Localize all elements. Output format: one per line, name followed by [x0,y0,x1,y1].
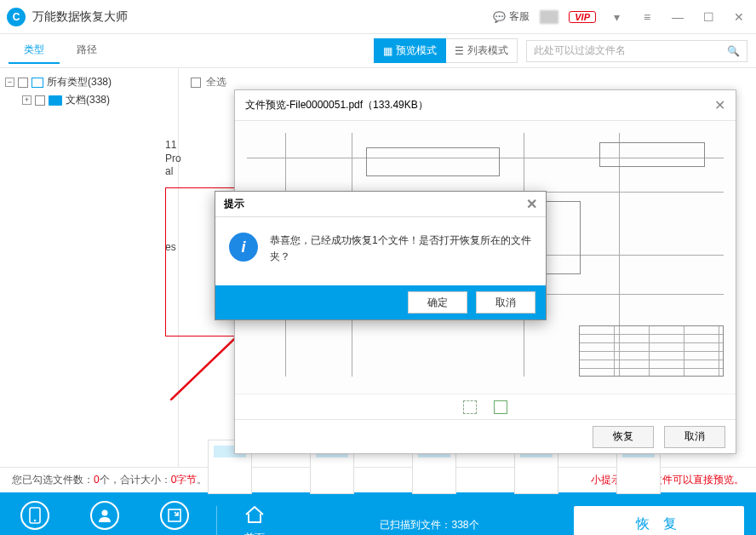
minimize-button[interactable]: — [667,10,688,24]
monitor-icon [32,78,43,88]
view-mode-preview[interactable]: ▦ 预览模式 [374,38,446,63]
cancel-button[interactable]: 取消 [476,291,536,314]
tree-root-label: 所有类型(338) [47,75,112,89]
svg-point-4 [102,510,108,516]
person-icon [90,501,119,530]
home-icon [243,504,266,527]
folder-icon [49,95,62,106]
dialog-message: 恭喜您，已经成功恢复1个文件！是否打开恢复所在的文件夹？ [270,233,532,265]
preview-header[interactable]: 文件预览-File0000051.pdf（133.49KB） ✕ [235,90,736,121]
dialog-title: 提示 [224,197,244,211]
filter-placeholder: 此处可以过滤文件名 [534,43,626,58]
checkbox[interactable] [191,78,201,88]
app-logo-icon: C [7,8,26,26]
speech-icon: 💬 [493,11,506,23]
dialog-footer: 确定 取消 [215,285,546,319]
preview-cancel-button[interactable]: 取消 [664,426,725,448]
dialog-header[interactable]: 提示 ✕ [215,192,546,217]
preview-recover-button[interactable]: 恢复 [593,426,654,448]
info-icon: i [229,233,258,262]
checkbox[interactable] [18,78,28,88]
chevron-down-icon[interactable]: ▾ [606,10,627,24]
tab-type[interactable]: 类型 [9,37,60,64]
file-item[interactable]: 11 Pro al [165,137,181,179]
checkbox[interactable] [35,95,45,106]
close-window-button[interactable]: ✕ [729,10,749,24]
tree-child-docs[interactable]: + 文档(338) [5,91,173,109]
zoom-icon[interactable] [494,400,507,414]
svg-point-3 [34,520,36,521]
select-all-label: 全选 [206,75,226,89]
filter-input[interactable]: 此处可以过滤文件名 🔍 [526,40,747,62]
expand-icon[interactable]: + [22,95,32,105]
summary-left: 您已勾选文件数：0个，合计大小：0字节。 [12,473,207,487]
kefu-label: 客服 [509,9,530,24]
collapse-icon[interactable]: − [5,78,14,87]
titlebar: C 万能数据恢复大师 💬 客服 VIP ▾ ≡ — ☐ ✕ [0,0,756,34]
customer-service-button[interactable]: 💬 客服 [493,9,530,24]
search-icon: 🔍 [727,45,740,57]
close-icon[interactable]: ✕ [526,196,537,212]
bottombar: 手机数据恢复 在线咨询 保存扫描记录 首页 已扫描到文件：338个 恢 复 [0,492,756,535]
sidebar: − 所有类型(338) + 文档(338) [0,68,179,467]
vip-badge[interactable]: VIP [569,11,596,23]
avatar[interactable] [540,10,558,24]
phone-icon [20,501,49,530]
bb-online-consult[interactable]: 在线咨询 [70,501,140,535]
app-title: 万能数据恢复大师 [32,9,493,25]
summary-tip: 小提示：双击文件可以直接预览。 [591,473,744,487]
fit-icon[interactable] [463,400,477,414]
title-block [579,325,724,377]
list-icon: ☰ [455,45,464,57]
recover-button[interactable]: 恢 复 [574,506,744,536]
preview-tools [235,394,736,419]
tab-path[interactable]: 路径 [61,37,112,64]
maximize-button[interactable]: ☐ [698,10,719,24]
dialog-body: i 恭喜您，已经成功恢复1个文件！是否打开恢复所在的文件夹？ [215,217,546,285]
tree-child-label: 文档(338) [66,93,110,107]
bb-phone-recovery[interactable]: 手机数据恢复 [0,501,70,535]
menu-icon[interactable]: ≡ [637,10,657,24]
grid-icon: ▦ [383,45,392,57]
close-icon[interactable]: ✕ [714,97,725,113]
scan-status: 已扫描到文件：338个 [285,517,574,532]
preview-title: 文件预览-File0000051.pdf（133.49KB） [245,98,428,112]
view-mode-list[interactable]: ☰ 列表模式 [446,38,518,63]
tip-dialog: 提示 ✕ i 恭喜您，已经成功恢复1个文件！是否打开恢复所在的文件夹？ 确定 取… [215,191,547,320]
preview-footer: 恢复 取消 [235,419,736,453]
tree-root[interactable]: − 所有类型(338) [5,73,173,91]
toolbar: 类型 路径 ▦ 预览模式 ☰ 列表模式 此处可以过滤文件名 🔍 [0,34,756,68]
file-item[interactable]: es [165,239,176,255]
ok-button[interactable]: 确定 [408,291,467,314]
export-icon [160,501,189,530]
bb-save-scan[interactable]: 保存扫描记录 [140,501,209,535]
bb-home[interactable]: 首页 [224,504,285,536]
